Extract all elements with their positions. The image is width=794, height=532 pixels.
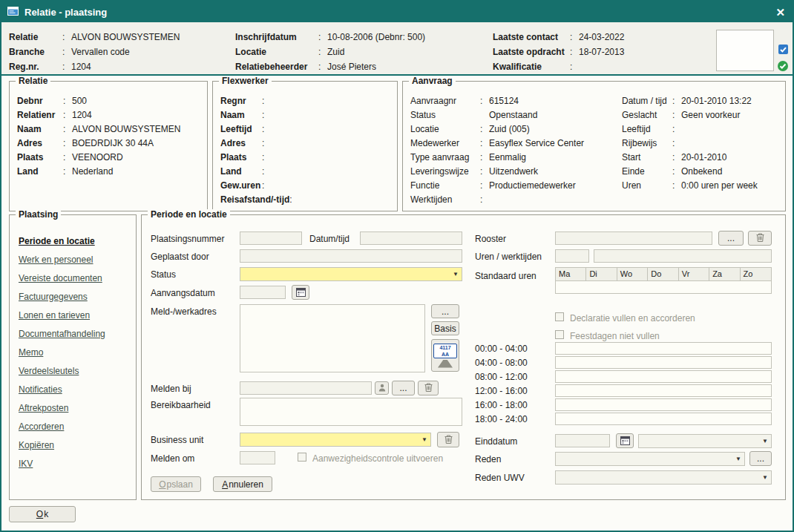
nav-link[interactable]: Aftrekposten bbox=[19, 398, 128, 417]
nav-link[interactable]: IKV bbox=[19, 454, 128, 473]
nav-link[interactable]: Periode en locatie bbox=[19, 231, 128, 250]
nav-link-label[interactable]: Notificaties bbox=[19, 384, 62, 395]
einddatum-input[interactable] bbox=[555, 434, 610, 447]
time-slot-input[interactable] bbox=[555, 356, 772, 369]
meld-werkadres-label: Meld-/werkadres bbox=[151, 305, 217, 318]
melden-bij-browse-button[interactable]: ... bbox=[392, 381, 415, 395]
werktijden-input[interactable] bbox=[594, 249, 772, 263]
nav-link[interactable]: Verdeelsleutels bbox=[19, 361, 128, 380]
business-unit-select[interactable]: ▼ bbox=[240, 433, 431, 447]
weekday-header-cell: Ma bbox=[556, 268, 586, 280]
weekday-header-cell: Di bbox=[586, 268, 617, 280]
field-row: Functie:Productiemedewerker bbox=[410, 178, 584, 192]
feestdagen-checkbox[interactable] bbox=[555, 330, 564, 339]
field-row: Medewerker:Easyflex Service Center bbox=[410, 136, 584, 150]
route-map-button[interactable]: 4117 AA bbox=[431, 339, 459, 372]
rooster-browse-button[interactable]: ... bbox=[718, 231, 744, 246]
bereikbaarheid-label: Bereikbaarheid bbox=[151, 398, 211, 412]
rooster-input[interactable] bbox=[555, 231, 712, 245]
datum-tijd-input[interactable] bbox=[360, 231, 462, 245]
separator: : bbox=[62, 32, 71, 42]
time-slot-input[interactable] bbox=[555, 370, 772, 383]
basis-button[interactable]: Basis bbox=[431, 321, 459, 335]
relatie-groupbox: Relatie Debnr:500Relatienr:1204Naam:ALVO… bbox=[9, 81, 208, 211]
business-unit-delete-button[interactable] bbox=[437, 432, 459, 447]
nav-link-label[interactable]: Aftrekposten bbox=[19, 403, 68, 413]
nav-link[interactable]: Memo bbox=[19, 343, 128, 361]
ok-button[interactable]: Ok bbox=[9, 506, 76, 522]
time-slot-rows: 00:00 - 04:0004:00 - 08:0008:00 - 12:001… bbox=[475, 341, 775, 426]
window-title: Relatie - plaatsing bbox=[24, 7, 770, 18]
einddatum-select[interactable]: ▼ bbox=[638, 434, 772, 448]
nav-link-label[interactable]: Lonen en tarieven bbox=[19, 310, 90, 321]
nav-link-label[interactable]: IKV bbox=[19, 459, 33, 469]
nav-link[interactable]: Lonen en tarieven bbox=[19, 306, 128, 324]
separator: : bbox=[262, 166, 271, 177]
nav-link-label[interactable]: Kopiëren bbox=[19, 440, 54, 450]
separator: : bbox=[262, 152, 271, 162]
field-label: Land bbox=[17, 166, 63, 177]
plaatsingsnummer-input[interactable] bbox=[240, 231, 302, 245]
declaratie-checkbox[interactable] bbox=[555, 312, 564, 321]
opslaan-button[interactable]: Opslaan bbox=[151, 476, 201, 492]
field-row: Naam: bbox=[220, 108, 391, 122]
geplaatst-door-input[interactable] bbox=[240, 249, 462, 263]
nav-link-label[interactable]: Memo bbox=[19, 347, 43, 358]
meld-werkadres-textarea[interactable] bbox=[240, 304, 425, 372]
standaard-uren-value-row[interactable] bbox=[556, 281, 771, 293]
nav-link[interactable]: Documentafhandeling bbox=[19, 324, 128, 343]
separator: : bbox=[480, 166, 489, 177]
field-value: Onbekend bbox=[681, 166, 722, 177]
nav-link-label[interactable]: Accorderen bbox=[19, 421, 64, 432]
nav-link[interactable]: Werk en personeel bbox=[19, 250, 128, 269]
nav-link-label[interactable]: Vereiste documenten bbox=[19, 273, 102, 283]
reden-browse-button[interactable]: ... bbox=[749, 451, 772, 466]
nav-link-label[interactable]: Werk en personeel bbox=[19, 254, 93, 265]
melden-bij-input[interactable] bbox=[240, 381, 372, 395]
trash-icon bbox=[424, 383, 433, 393]
nav-link[interactable]: Vereiste documenten bbox=[19, 269, 128, 287]
separator: : bbox=[570, 32, 579, 42]
time-slot-input[interactable] bbox=[555, 342, 772, 355]
nav-link[interactable]: Notificaties bbox=[19, 380, 128, 398]
reden-select[interactable]: ▼ bbox=[555, 452, 745, 466]
header-row: Kwalificatie: bbox=[493, 59, 624, 74]
nav-link[interactable]: Accorderen bbox=[19, 417, 128, 436]
aanwezigheidscontrole-checkbox[interactable] bbox=[298, 453, 306, 462]
field-value: 20-01-2010 bbox=[681, 152, 726, 162]
uren-input[interactable] bbox=[555, 249, 589, 263]
nav-link[interactable]: Factuurgegevens bbox=[19, 287, 128, 306]
header-row: Relatiebeheerder:José Pieters bbox=[235, 59, 425, 74]
annuleren-button[interactable]: Annuleren bbox=[213, 476, 272, 492]
nav-link-label[interactable]: Documentafhandeling bbox=[19, 329, 105, 339]
separator: : bbox=[262, 180, 271, 191]
time-slot-input[interactable] bbox=[555, 398, 772, 411]
time-slot-label: 18:00 - 24:00 bbox=[475, 414, 555, 424]
time-slot-input[interactable] bbox=[555, 384, 772, 397]
close-icon[interactable]: ✕ bbox=[775, 7, 785, 18]
field-row: Start:20-01-2010 bbox=[622, 150, 758, 164]
person-icon bbox=[378, 384, 386, 393]
flexwerker-fields: Regnr:Naam:Leeftijd:Adres:Plaats:Land:Ge… bbox=[213, 82, 397, 206]
reden-uwv-select[interactable]: ▼ bbox=[555, 470, 772, 485]
bereikbaarheid-textarea[interactable] bbox=[240, 398, 462, 426]
weekday-header-cell: Vr bbox=[679, 268, 709, 280]
meld-werkadres-browse-button[interactable]: ... bbox=[431, 304, 459, 318]
nav-link[interactable]: Kopiëren bbox=[19, 436, 128, 454]
melden-om-input[interactable] bbox=[240, 451, 275, 464]
status-select[interactable]: ▼ bbox=[240, 267, 462, 281]
einddatum-calendar-button[interactable] bbox=[616, 433, 634, 448]
time-slot-input[interactable] bbox=[555, 413, 772, 425]
plaatsing-nav: Periode en locatieWerk en personeelVerei… bbox=[10, 215, 136, 473]
aanvangsdatum-input[interactable] bbox=[240, 286, 286, 299]
aanvangsdatum-calendar-button[interactable] bbox=[292, 285, 309, 300]
nav-link-label[interactable]: Verdeelsleutels bbox=[19, 366, 79, 376]
melden-bij-person-button[interactable] bbox=[375, 381, 389, 395]
melden-bij-delete-button[interactable] bbox=[418, 381, 439, 395]
rooster-delete-button[interactable] bbox=[748, 231, 772, 246]
field-label: Adres bbox=[17, 138, 63, 148]
nav-link-label[interactable]: Factuurgegevens bbox=[19, 292, 88, 302]
field-label: Naam bbox=[220, 110, 262, 120]
nav-link-label[interactable]: Periode en locatie bbox=[19, 236, 95, 246]
field-value: 10-08-2006 (Debnr: 500) bbox=[327, 32, 425, 42]
